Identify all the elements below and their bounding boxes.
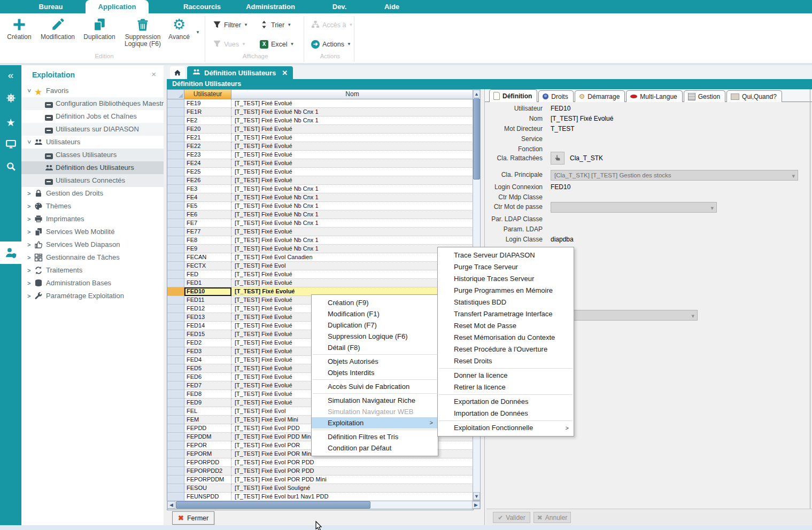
row-selector-cell[interactable] [167, 279, 184, 287]
cell-nom[interactable]: [T_TEST] Fixé Evolué Nb Cnx 1 [231, 211, 473, 219]
ctx-acces-suivi-de-fabrication[interactable]: Accès Suivi de Fabrication [312, 381, 438, 392]
row-selector-cell[interactable] [167, 296, 184, 305]
cell-utilisateur[interactable]: FED10 [184, 287, 231, 296]
row-selector-cell[interactable] [167, 176, 184, 185]
cell-utilisateur[interactable]: FE4 [184, 193, 231, 202]
table-row[interactable]: FE7[T_TEST] Fixé Evolué Nb Cnx 1 [167, 219, 473, 228]
cell-utilisateur[interactable]: FED11 [184, 296, 231, 305]
row-selector-cell[interactable] [167, 253, 184, 262]
ctx-objets-autorises[interactable]: Objets Autorisés [312, 356, 438, 367]
sidebar-item-administration-bases[interactable]: >Administration Bases [21, 277, 164, 290]
field-select[interactable]: [Cla_T_STK] [T_TEST] Gestion des stocks▾ [551, 170, 798, 181]
cell-utilisateur[interactable]: FE6 [184, 211, 231, 219]
cell-utilisateur[interactable]: FED3 [184, 347, 231, 356]
table-row[interactable]: FE1R[T_TEST] Fixé Evolué Nb Cnx 1 [167, 108, 473, 116]
table-header-selector[interactable] [167, 90, 184, 99]
cell-utilisateur[interactable]: FED13 [184, 313, 231, 322]
ctx-suppression-logique-f6[interactable]: Suppression Logique (F6) [312, 331, 438, 342]
chevron-right-icon[interactable]: > [27, 225, 30, 238]
sidebar-item-utilisateurs[interactable]: >Utilisateurs [21, 136, 164, 149]
chevron-right-icon[interactable]: > [27, 251, 30, 264]
toolbar-trier-button[interactable]: Trier▼ [260, 19, 291, 31]
cell-utilisateur[interactable]: FE19 [184, 99, 231, 108]
table-row[interactable]: FEUNSPDD[T_TEST] Fixé Evol bur1 Nav1 PDD [167, 493, 473, 501]
row-selector-cell[interactable] [167, 262, 184, 270]
sidebar-item-traitements[interactable]: >Traitements [21, 264, 164, 277]
row-selector-cell[interactable] [167, 364, 184, 373]
cell-nom[interactable]: [T_TEST] Fixé Evol POR PDD [231, 467, 473, 476]
row-selector-cell[interactable] [167, 399, 184, 407]
chevron-right-icon[interactable]: > [27, 277, 30, 290]
row-selector-cell[interactable] [167, 458, 184, 467]
table-row[interactable]: FE21[T_TEST] Fixé Evolué [167, 134, 473, 142]
valider-button[interactable]: ✔ Valider [493, 512, 530, 523]
sidebar-item-definition-jobs-et-chaines[interactable]: Définition Jobs et Chaînes [21, 110, 164, 123]
sub-retirer-la-licence[interactable]: Retirer la licence [438, 381, 574, 393]
row-selector-cell[interactable] [167, 142, 184, 151]
table-row[interactable]: FE3[T_TEST] Fixé Evolué Nb Cnx 1 [167, 185, 473, 193]
cell-utilisateur[interactable]: FEPOR [184, 441, 231, 450]
sidebar-item-classes-utilisateurs[interactable]: Classes Utilisateurs [21, 149, 164, 161]
detail-tab-droits[interactable]: Droits [538, 90, 573, 102]
table-row[interactable]: FE2[T_TEST] Fixé Evolué Nb Cnx 1 [167, 116, 473, 125]
row-selector-cell[interactable] [167, 202, 184, 211]
detail-tab-demarrage[interactable]: ⚙Démarrage [575, 90, 625, 102]
cell-utilisateur[interactable]: FE21 [184, 134, 231, 142]
chevron-right-icon[interactable]: > [27, 238, 30, 251]
table-horizontal-scrollbar[interactable]: ◀▶ [167, 501, 481, 509]
chevron-right-icon[interactable]: > [27, 264, 30, 277]
toolbar-creation-button[interactable]: Création [2, 17, 36, 41]
cell-nom[interactable]: [T_TEST] Fixé Evolué [231, 151, 473, 159]
toolbar-excel-button[interactable]: XExcel▼ [260, 38, 295, 50]
table-row[interactable]: FE23[T_TEST] Fixé Evolué [167, 151, 473, 159]
table-row[interactable]: FE4[T_TEST] Fixé Evolué Nb Cnx 1 [167, 193, 473, 202]
cell-nom[interactable]: [T_TEST] Fixé Evolué Nb Cnx 1 [231, 185, 473, 193]
home-tab[interactable] [170, 66, 185, 79]
cell-utilisateur[interactable]: FEUNSPDD [184, 493, 231, 501]
cell-utilisateur[interactable]: FE20 [184, 125, 231, 134]
toolbar-actions-button[interactable]: ➜Actions▼ [311, 38, 351, 50]
cell-utilisateur[interactable]: FED6 [184, 373, 231, 381]
row-selector-cell[interactable] [167, 339, 184, 347]
sidebar-item-imprimantes[interactable]: >Imprimantes [21, 213, 164, 225]
row-selector-cell[interactable] [167, 433, 184, 441]
rail-search-icon[interactable] [0, 161, 21, 173]
class-picker-button[interactable] [551, 152, 564, 165]
row-selector-cell[interactable] [167, 356, 184, 364]
row-selector-cell[interactable] [167, 407, 184, 416]
detail-tab-gestion[interactable]: Gestion [684, 90, 725, 102]
scroll-down-button[interactable]: ▼ [473, 492, 480, 500]
sub-importation-de-donnees[interactable]: Importation de Données [438, 408, 574, 419]
row-selector-cell[interactable] [167, 134, 184, 142]
table-row[interactable]: FE20[T_TEST] Fixé Evolué [167, 125, 473, 134]
toolbar-modification-button[interactable]: Modification [38, 17, 77, 41]
row-selector-cell[interactable] [167, 159, 184, 168]
sub-exportation-de-donnees[interactable]: Exportation de Données [438, 396, 574, 408]
sidebar-item-favoris[interactable]: >★Favoris [21, 84, 164, 97]
row-selector-cell[interactable] [167, 424, 184, 433]
table-row[interactable]: FE26[T_TEST] Fixé Evolué [167, 176, 473, 185]
rail-helm-icon[interactable] [0, 93, 21, 105]
row-selector-cell[interactable] [167, 330, 184, 339]
cell-utilisateur[interactable]: FE23 [184, 151, 231, 159]
cell-nom[interactable]: [T_TEST] Fixé Evolué [231, 134, 473, 142]
sidebar-item-services-web-diapason[interactable]: >Services Web Diapason [21, 238, 164, 251]
table-row[interactable]: FE25[T_TEST] Fixé Evolué [167, 168, 473, 176]
ctx-objets-interdits[interactable]: Objets Interdits [312, 367, 438, 378]
row-selector-cell[interactable] [167, 228, 184, 236]
chevron-down-icon[interactable]: > [23, 89, 36, 92]
menu-bureau[interactable]: Bureau [29, 0, 72, 13]
sidebar-item-parametrage-exploitation[interactable]: >Paramétrage Exploitation [21, 290, 164, 302]
table-row[interactable]: FECTX[T_TEST] Fixé Evol [167, 262, 473, 270]
row-selector-cell[interactable] [167, 476, 184, 484]
sidebar-item-configuration-bibliotheques-maestro[interactable]: Configuration Bibliothèques Maestro [21, 97, 164, 110]
row-selector-cell[interactable] [167, 313, 184, 322]
ctx-modification-f1[interactable]: Modification (F1) [312, 308, 438, 319]
table-row[interactable]: FECAN[T_TEST] Fixé Evol Canadien [167, 253, 473, 262]
cell-nom[interactable]: [T_TEST] Fixé Evol POR PDD Mini [231, 476, 473, 484]
sidebar-close-icon[interactable]: × [151, 69, 156, 79]
row-selector-cell[interactable] [167, 99, 184, 108]
sub-purge-programmes-en-memoire[interactable]: Purge Programmes en Mémoire [438, 285, 574, 297]
sub-historique-traces-serveur[interactable]: Historique Traces Serveur [438, 273, 574, 285]
table-row[interactable]: FEPORPDD2[T_TEST] Fixé Evol POR PDD [167, 467, 473, 476]
